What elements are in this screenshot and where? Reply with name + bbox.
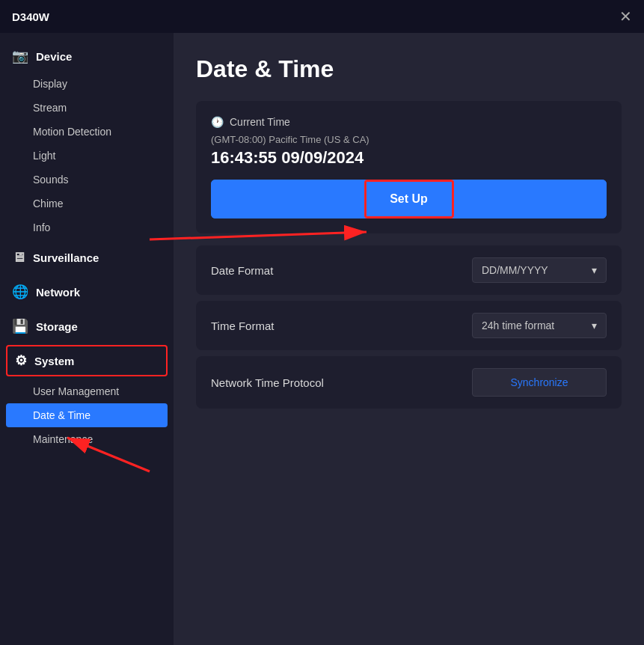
setup-button[interactable]: Set Up xyxy=(364,180,454,218)
sidebar-item-storage[interactable]: 💾 Storage xyxy=(0,311,174,342)
setup-btn-right-filler xyxy=(454,180,607,218)
sidebar-storage-label: Storage xyxy=(36,320,78,333)
sidebar-item-chime[interactable]: Chime xyxy=(0,192,174,215)
sidebar-section-system: ⚙ System User Management Date & Time Mai… xyxy=(0,345,174,451)
app-window: D340W ✕ 📷 Device Display Stream Motion D… xyxy=(0,0,644,645)
sidebar-device-label: Device xyxy=(36,50,72,63)
chevron-down-icon-2: ▾ xyxy=(592,320,597,331)
current-time-header: 🕐 Current Time xyxy=(211,116,607,128)
storage-icon: 💾 xyxy=(12,318,28,334)
sidebar-surveillance-label: Surveillance xyxy=(33,251,99,264)
sidebar-item-light[interactable]: Light xyxy=(0,144,174,168)
synchronize-button[interactable]: Synchronize xyxy=(472,368,607,397)
window-title: D340W xyxy=(12,10,49,23)
chevron-down-icon: ▾ xyxy=(592,264,597,276)
sidebar-item-stream[interactable]: Stream xyxy=(0,96,174,120)
sidebar-item-sounds[interactable]: Sounds xyxy=(0,168,174,192)
title-bar: D340W ✕ xyxy=(0,0,644,33)
gear-icon: ⚙ xyxy=(15,352,27,369)
sidebar-item-motion-detection[interactable]: Motion Detection xyxy=(0,120,174,144)
current-time-label: Current Time xyxy=(230,116,290,128)
sidebar-section-network: 🌐 Network xyxy=(0,276,174,308)
current-time-card: 🕐 Current Time (GMT-08:00) Pacific Time … xyxy=(196,101,622,233)
sidebar-section-device: 📷 Device Display Stream Motion Detection… xyxy=(0,40,174,239)
setup-btn-wrapper: Set Up xyxy=(211,180,607,218)
date-format-value: DD/MM/YYYY xyxy=(482,264,548,276)
sidebar-item-user-management[interactable]: User Management xyxy=(0,379,174,403)
sidebar-item-display[interactable]: Display xyxy=(0,72,174,96)
sidebar-item-system[interactable]: ⚙ System xyxy=(6,345,168,376)
time-display: 16:43:55 09/09/2024 xyxy=(211,148,607,168)
sidebar-section-surveillance: 🖥 Surveillance xyxy=(0,242,174,273)
setup-btn-left-filler xyxy=(211,180,364,218)
sidebar-item-info[interactable]: Info xyxy=(0,215,174,239)
time-format-label: Time Format xyxy=(211,320,274,332)
sidebar-item-maintenance[interactable]: Maintenance xyxy=(0,427,174,451)
timezone-text: (GMT-08:00) Pacific Time (US & CA) xyxy=(211,134,607,145)
date-format-dropdown[interactable]: DD/MM/YYYY ▾ xyxy=(472,257,607,283)
time-format-dropdown[interactable]: 24h time format ▾ xyxy=(472,313,607,338)
sidebar: 📷 Device Display Stream Motion Detection… xyxy=(0,33,174,645)
time-format-value: 24h time format xyxy=(482,320,554,331)
sidebar-system-label: System xyxy=(34,355,74,367)
sidebar-item-device[interactable]: 📷 Device xyxy=(0,40,174,72)
sidebar-item-date-time[interactable]: Date & Time xyxy=(6,403,168,427)
date-format-row: Date Format DD/MM/YYYY ▾ xyxy=(196,245,622,295)
date-format-label: Date Format xyxy=(211,264,273,277)
time-format-row: Time Format 24h time format ▾ xyxy=(196,301,622,350)
sidebar-network-label: Network xyxy=(36,286,80,299)
sidebar-section-storage: 💾 Storage xyxy=(0,311,174,342)
ntp-label: Network Time Protocol xyxy=(211,376,324,389)
sidebar-item-surveillance[interactable]: 🖥 Surveillance xyxy=(0,242,174,273)
clock-icon: 🕐 xyxy=(211,116,224,128)
page-title: Date & Time xyxy=(196,55,622,83)
content-area: Date & Time 🕐 Current Time (GMT-08:00) P… xyxy=(174,33,644,645)
ntp-row: Network Time Protocol Synchronize xyxy=(196,356,622,409)
camera-icon: 📷 xyxy=(12,48,28,64)
close-button[interactable]: ✕ xyxy=(619,9,632,24)
globe-icon: 🌐 xyxy=(12,284,28,300)
main-layout: 📷 Device Display Stream Motion Detection… xyxy=(0,33,644,645)
sidebar-item-network[interactable]: 🌐 Network xyxy=(0,276,174,308)
monitor-icon: 🖥 xyxy=(12,250,25,266)
